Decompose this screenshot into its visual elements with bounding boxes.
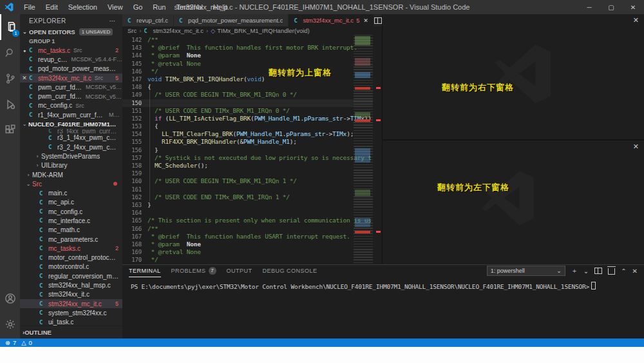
code-line[interactable]: 150 <box>122 99 382 107</box>
code-line[interactable]: 152 if (LL_TIM_IsActiveFlag_BRK(PWM_Hand… <box>122 115 382 123</box>
tree-item[interactable]: Cr3_1_f4xx_pwm_curr_fdbk.c <box>20 133 122 142</box>
shell-select[interactable]: 1: powershell ⌄ <box>487 266 565 276</box>
maximize-panel-icon[interactable]: ⌃ <box>621 268 626 275</box>
menu-item-selection[interactable]: Selection <box>63 0 102 14</box>
open-editor-item[interactable]: Cpwm_curr_fdbk.hMCSDK_v5.4… <box>20 83 122 92</box>
panel-tab-terminal[interactable]: TERMINAL <box>129 265 161 277</box>
menu-item-terminal[interactable]: Terminal <box>171 0 209 14</box>
kill-terminal-icon[interactable] <box>608 268 615 275</box>
open-editor-item[interactable]: Cpqd_motor_power_measurement.c <box>20 64 122 74</box>
source-control-icon[interactable] <box>0 66 20 92</box>
tree-item[interactable]: ›UILibrary <box>20 161 122 170</box>
tree-item[interactable]: Cmotor_control_protocol.c <box>20 253 122 262</box>
panel-tab-problems[interactable]: PROBLEMS7 <box>171 265 216 277</box>
errors-icon[interactable]: ⊗ <box>5 339 10 346</box>
code-line[interactable]: 145 * @retval None <box>122 60 382 68</box>
code-line[interactable]: 143 * @brief This function handles first… <box>122 44 382 52</box>
code-line[interactable]: 149 /* USER CODE BEGIN TIMx_BRK_M1_IRQn … <box>122 91 382 99</box>
open-editor-item[interactable]: Cpwm_curr_fdbk.cMCSDK_v5.4… <box>20 92 122 101</box>
explorer-icon[interactable]: 1 <box>0 14 21 40</box>
warnings-icon[interactable]: △ <box>21 339 26 346</box>
dirty-dot-icon[interactable]: ● <box>20 48 29 53</box>
tree-item[interactable]: Cstm32f4xx_mc_it.c5 <box>20 299 122 308</box>
outline-header[interactable]: › OUTLINE <box>20 326 122 338</box>
tree-item[interactable]: Cmotorcontrol.c <box>20 262 122 271</box>
open-editor-item[interactable]: Crevup_ctrl.cMCSDK_v5.4.4-Full… <box>20 55 122 64</box>
menu-item-run[interactable]: Run <box>147 0 171 14</box>
code-line[interactable]: 154 LL_TIM_ClearFlag_BRK(PWM_Handle_M1.p… <box>122 130 382 138</box>
terminal-output[interactable]: PS E:\documents\pyj\exer\STM32\Motor Con… <box>122 277 644 290</box>
breadcrumb-item[interactable]: stm32f4xx_mc_it.c <box>153 27 204 34</box>
panel-tab-output[interactable]: OUTPUT <box>227 265 252 277</box>
tree-item[interactable]: ⌄Src <box>20 179 122 188</box>
menu-item-file[interactable]: File <box>19 0 41 14</box>
close-pane-icon[interactable]: ✕ <box>633 142 639 151</box>
code-line[interactable]: 164 <box>122 209 382 217</box>
code-line[interactable]: 169 * @retval None <box>122 248 382 256</box>
editor-pane-right-top[interactable]: ✕ <box>382 14 644 139</box>
code-line[interactable]: 166/** <box>122 225 382 233</box>
tree-item[interactable]: Cmc_parameters.c <box>20 235 122 244</box>
code-line[interactable]: 147void TIMx_BRK_M1_IRQHandler(void) <box>122 75 382 83</box>
code-line[interactable]: 151 /* USER CODE END TIMx_BRK_M1_IRQn 0 … <box>122 107 382 115</box>
extensions-icon[interactable] <box>0 117 20 143</box>
tree-item[interactable]: Cmc_config.c <box>20 207 122 216</box>
open-editor-item[interactable]: ●Cmc_tasks.cSrc2 <box>20 46 122 55</box>
code-line[interactable]: 168 * @param None <box>122 240 382 248</box>
tree-item[interactable]: Cr3_2_f4xx_pwm_curr_fdbk.c <box>20 142 122 152</box>
menu-item-go[interactable]: Go <box>128 0 148 14</box>
editor-tab[interactable]: Cstm32f4xx_mc_it.c5✕ <box>289 14 373 26</box>
tree-item[interactable]: ›MDK-ARM <box>20 170 122 179</box>
code-line[interactable]: 162 /* USER CODE END TIMx_BRK_M1_IRQn 1 … <box>122 193 382 201</box>
editor-tab[interactable]: Cpqd_motor_power_measurement.c <box>174 14 288 26</box>
editor-pane-right-bottom[interactable]: ✕ <box>382 141 644 264</box>
close-editor-icon[interactable]: ✕ <box>20 75 29 81</box>
code-line[interactable]: 153 { <box>122 123 382 130</box>
code-line[interactable]: 170 */ <box>122 256 382 264</box>
code-line[interactable]: 160 /* USER CODE BEGIN TIMx_BRK_M1_IRQn … <box>122 177 382 185</box>
close-tab-icon[interactable]: ✕ <box>363 17 368 24</box>
code-line[interactable]: 148{ <box>122 83 382 91</box>
split-editor-icon[interactable] <box>374 17 382 24</box>
account-icon[interactable] <box>0 286 20 311</box>
tree-item[interactable]: Cmc_math.c <box>20 226 122 235</box>
open-editor-item[interactable]: Cr1_f4xx_pwm_curr_fdbk.cMC… <box>20 110 122 119</box>
panel-tab-debug-console[interactable]: DEBUG CONSOLE <box>263 265 317 277</box>
tree-item[interactable]: Cregular_conversion_manager.c <box>20 271 122 280</box>
sidebar-more-actions-icon[interactable]: ⋯ <box>109 17 116 25</box>
close-panel-icon[interactable]: ✕ <box>632 268 638 275</box>
minimap[interactable] <box>354 35 373 264</box>
code-line[interactable]: 158 MC_Scheduler(); <box>122 162 382 170</box>
code-editor[interactable]: 142/**143 * @brief This function handles… <box>122 35 382 264</box>
maximize-button[interactable]: ▢ <box>600 0 622 14</box>
code-line[interactable]: 146 */ <box>122 68 382 75</box>
run-debug-icon[interactable] <box>0 92 20 117</box>
new-terminal-icon[interactable]: ＋ <box>571 266 578 275</box>
tree-item[interactable]: Cstm32f4xx_it.c <box>20 290 122 299</box>
settings-gear-icon[interactable] <box>0 311 20 337</box>
code-line[interactable]: 156 } <box>122 146 382 154</box>
code-line[interactable]: 165/* This section is present only when … <box>122 217 382 224</box>
code-line[interactable]: 159 <box>122 170 382 177</box>
open-editor-item[interactable]: Cmc_config.cSrc <box>20 101 122 110</box>
close-pane-icon[interactable]: ✕ <box>633 16 639 25</box>
tree-item[interactable]: Cstm32f4xx_hal_msp.c <box>20 280 122 289</box>
tree-item[interactable]: Cmain.c <box>20 188 122 197</box>
menu-item-edit[interactable]: Edit <box>41 0 63 14</box>
code-line[interactable]: 142/** <box>122 36 382 44</box>
code-line[interactable]: 155 R1F4XX_BRK_IRQHandler(&PWM_Handle_M1… <box>122 138 382 146</box>
close-button[interactable]: ✕ <box>622 0 644 14</box>
breadcrumb-item[interactable]: TIMx_BRK_M1_IRQHandler(void) <box>217 27 310 34</box>
terminal-profile-chevron-icon[interactable]: ⌄ <box>583 268 589 275</box>
search-icon[interactable] <box>0 40 20 66</box>
error-count[interactable]: 7 <box>13 339 16 346</box>
tree-item[interactable]: Cmc_tasks.c2 <box>20 244 122 253</box>
minimize-button[interactable]: ─ <box>578 0 600 14</box>
tree-item[interactable]: Cmc_api.c <box>20 198 122 207</box>
tree-item[interactable]: Cmc_interface.c <box>20 216 122 225</box>
breadcrumb-item[interactable]: Src <box>128 27 137 34</box>
tree-item[interactable]: Csystem_stm32f4xx.c <box>20 308 122 317</box>
code-line[interactable]: 161 <box>122 186 382 193</box>
tree-item[interactable]: Cr3_f4xx_pwm_curr_fdbk.c <box>20 129 122 133</box>
code-line[interactable]: 157 /* Systick is not executed due low p… <box>122 154 382 162</box>
